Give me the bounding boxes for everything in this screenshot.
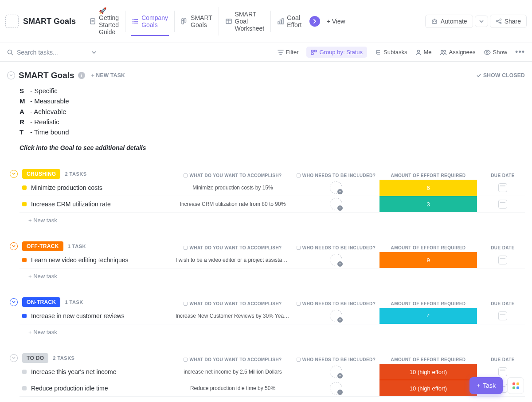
effort-value[interactable]: 10 (high effort) <box>379 364 477 380</box>
svg-line-25 <box>497 22 500 23</box>
filter-icon <box>278 49 284 55</box>
collapse-list-button[interactable] <box>7 71 15 79</box>
svg-rect-14 <box>278 22 279 24</box>
task-name: Increase this year's net income <box>31 368 117 375</box>
collapse-group-button[interactable] <box>10 298 18 306</box>
add-assignee-button[interactable] <box>330 366 342 378</box>
plus-icon: + <box>326 18 330 25</box>
bars-icon <box>277 18 284 25</box>
add-view-button[interactable]: + View <box>322 15 349 28</box>
status-pill[interactable]: CRUSHING <box>22 169 60 179</box>
effort-value[interactable]: 6 <box>379 180 477 196</box>
smart-desc-row: T- Time bound <box>20 127 525 137</box>
effort-value[interactable]: 3 <box>379 196 477 212</box>
task-count: 1 TASK <box>68 244 86 249</box>
search-input[interactable] <box>17 49 88 56</box>
due-date-button[interactable] <box>498 200 507 209</box>
new-task-button[interactable]: + NEW TASK <box>91 72 125 79</box>
assignees-button[interactable]: Assignees <box>440 49 476 55</box>
task-row[interactable]: Increase CRM utilization rate Increase C… <box>20 196 525 213</box>
status-pill[interactable]: TO DO <box>22 353 48 363</box>
effort-value[interactable]: 10 (high effort) <box>379 380 477 396</box>
status-group: ON-TRACK 1 TASK WHAT DO YOU WANT TO ACCO… <box>7 297 525 335</box>
task-description: I wish to be a video editor or a project… <box>173 257 293 263</box>
tab-smart-goal-worksheet[interactable]: SMART Goal Worksheet <box>219 7 271 35</box>
svg-point-23 <box>500 22 501 24</box>
task-row[interactable]: Minimize production costs Minimize produ… <box>20 180 525 196</box>
chevron-down-icon[interactable] <box>91 50 97 55</box>
task-name: Minimize production costs <box>31 184 102 191</box>
svg-rect-17 <box>432 20 437 24</box>
add-assignee-button[interactable] <box>330 181 342 194</box>
group-icon <box>311 49 317 55</box>
automate-button[interactable]: Automate <box>425 15 473 28</box>
due-date-button[interactable] <box>498 256 507 264</box>
show-closed-button[interactable]: SHOW CLOSED <box>476 72 525 79</box>
effort-value[interactable]: 9 <box>379 252 477 268</box>
svg-rect-29 <box>314 50 317 52</box>
svg-rect-9 <box>182 19 184 24</box>
share-button[interactable]: Share <box>490 15 527 28</box>
groupby-button[interactable]: Group by: Status <box>306 47 367 58</box>
person-icon <box>415 49 422 55</box>
col-accomplish: WHAT DO YOU WANT TO ACCOMPLISH? <box>189 357 282 362</box>
info-icon[interactable]: i <box>78 72 85 79</box>
col-accomplish: WHAT DO YOU WANT TO ACCOMPLISH? <box>189 245 282 250</box>
automate-dropdown[interactable] <box>475 16 488 27</box>
due-date-button[interactable] <box>498 183 507 192</box>
status-square-icon <box>22 185 27 190</box>
more-button[interactable]: ••• <box>515 47 525 57</box>
col-accomplish: WHAT DO YOU WANT TO ACCOMPLISH? <box>189 173 282 178</box>
apps-fab[interactable] <box>507 377 524 394</box>
new-task-row[interactable]: + New task <box>20 268 525 280</box>
chevron-down-icon <box>479 19 484 24</box>
new-task-row[interactable]: + New task <box>20 397 525 402</box>
col-effort: AMOUNT OF EFFORT REQUIRED <box>391 357 466 362</box>
new-task-row[interactable]: + New task <box>20 213 525 224</box>
collapse-group-button[interactable] <box>10 354 18 362</box>
due-date-button[interactable] <box>498 367 507 376</box>
col-due: DUE DATE <box>491 357 515 362</box>
search-box[interactable] <box>7 49 97 56</box>
task-description: Minimize production costs by 15% <box>173 185 293 191</box>
collapse-group-button[interactable] <box>10 242 18 250</box>
col-effort: AMOUNT OF EFFORT REQUIRED <box>391 301 466 306</box>
add-assignee-button[interactable] <box>330 310 342 322</box>
add-assignee-button[interactable] <box>330 254 342 266</box>
add-assignee-button[interactable] <box>330 198 342 210</box>
tab-smart-goals[interactable]: SMART Goals <box>174 11 219 32</box>
me-button[interactable]: Me <box>415 49 432 55</box>
show-button[interactable]: Show <box>484 49 508 55</box>
status-square-icon <box>22 370 27 374</box>
subtasks-button[interactable]: Subtasks <box>375 49 407 55</box>
task-row[interactable]: Learn new video editing techniques I wis… <box>20 252 525 268</box>
svg-point-3 <box>133 19 134 20</box>
tab-company-goals[interactable]: Company Goals <box>125 11 174 32</box>
task-description: Increase New Customer Reviews by 30% Yea… <box>173 313 293 319</box>
svg-point-31 <box>417 50 419 52</box>
share-icon <box>496 18 502 24</box>
status-pill[interactable]: ON-TRACK <box>22 297 60 307</box>
tab-goal-effort[interactable]: Goal Effort <box>270 11 308 32</box>
task-row[interactable]: Increase this year's net income increase… <box>20 364 525 380</box>
tab--getting-started-guide[interactable]: 🚀 Getting Started Guide <box>83 4 125 39</box>
effort-value[interactable]: 4 <box>379 308 477 324</box>
expand-views-button[interactable] <box>309 16 320 27</box>
status-pill[interactable]: OFF-TRACK <box>22 241 63 251</box>
task-row[interactable]: Reduce production idle time Reduce produ… <box>20 380 525 397</box>
col-included: WHO NEEDS TO BE INCLUDED? <box>302 173 376 178</box>
search-icon <box>7 49 13 55</box>
create-task-fab[interactable]: + Task <box>469 377 503 394</box>
collapse-group-button[interactable] <box>10 170 18 178</box>
task-row[interactable]: Increase in new customer reviews Increas… <box>20 308 525 324</box>
svg-line-27 <box>12 53 13 55</box>
eye-icon <box>484 49 491 55</box>
add-assignee-button[interactable] <box>330 382 342 394</box>
svg-rect-28 <box>311 50 313 52</box>
filter-button[interactable]: Filter <box>278 49 299 55</box>
new-task-row[interactable]: + New task <box>20 324 525 335</box>
due-date-button[interactable] <box>498 311 507 320</box>
task-count: 2 TASKS <box>65 171 86 177</box>
status-square-icon <box>22 202 27 206</box>
folder-icon[interactable] <box>5 15 19 28</box>
